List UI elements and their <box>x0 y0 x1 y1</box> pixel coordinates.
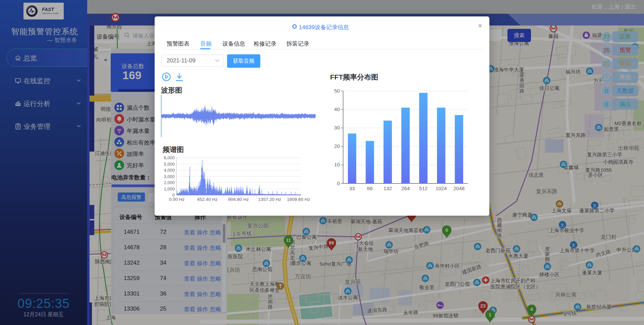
svg-text:2048: 2048 <box>453 185 465 191</box>
svg-text:3,000: 3,000 <box>164 174 175 179</box>
svg-text:452.40 Hz: 452.40 Hz <box>197 197 218 202</box>
svg-text:0: 0 <box>337 180 340 186</box>
svg-text:512: 512 <box>419 185 428 191</box>
svg-text:2,000: 2,000 <box>164 180 175 185</box>
svg-text:1024: 1024 <box>436 185 447 191</box>
svg-text:50: 50 <box>334 88 340 94</box>
svg-text:66: 66 <box>367 185 373 191</box>
svg-text:1357.20 Hz: 1357.20 Hz <box>258 197 281 202</box>
svg-text:6,000: 6,000 <box>164 155 175 160</box>
svg-text:5,000: 5,000 <box>164 162 175 167</box>
svg-text:40: 40 <box>334 106 340 112</box>
svg-text:33: 33 <box>349 185 355 191</box>
svg-text:0.00 Hz: 0.00 Hz <box>169 197 185 202</box>
svg-text:30: 30 <box>334 125 340 130</box>
svg-text:10: 10 <box>334 162 340 167</box>
svg-text:1,000: 1,000 <box>164 186 175 192</box>
svg-text:1809.60 Hz: 1809.60 Hz <box>287 197 310 202</box>
svg-text:20: 20 <box>334 143 340 149</box>
svg-text:264: 264 <box>401 185 410 191</box>
svg-text:904.80 Hz: 904.80 Hz <box>228 197 249 202</box>
svg-text:132: 132 <box>383 185 392 191</box>
svg-text:4,000: 4,000 <box>164 168 175 173</box>
